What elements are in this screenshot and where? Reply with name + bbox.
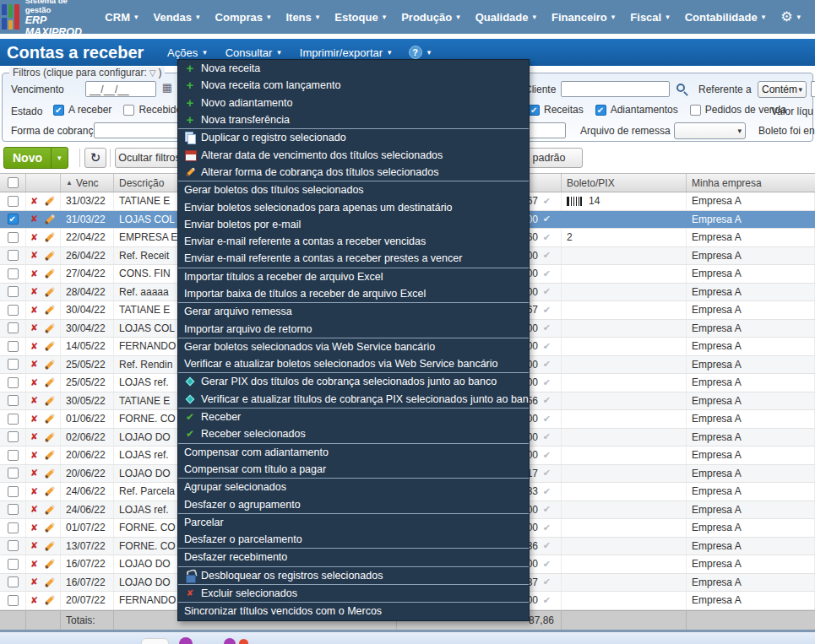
delete-x-icon[interactable]: ✘ [30,431,38,442]
menu-item[interactable]: Desfazer o agrupamento [178,495,529,512]
delete-x-icon[interactable]: ✘ [30,450,38,461]
delete-x-icon[interactable]: ✘ [30,322,38,333]
menu-item[interactable]: +Nova receita [178,60,529,77]
settings-menu[interactable]: ⚙ ▾ [780,10,801,24]
delete-x-icon[interactable]: ✘ [30,377,38,388]
edit-pencil-icon[interactable] [44,558,56,570]
row-checkbox[interactable] [8,322,19,333]
edit-pencil-icon[interactable] [44,395,56,407]
referente-input[interactable] [811,81,815,97]
delete-x-icon[interactable]: ✘ [30,559,38,570]
row-checkbox[interactable] [8,305,19,316]
cliente-input[interactable] [561,81,670,97]
menu-item[interactable]: Enviar boletos por e-mail [178,216,529,233]
nav-item-financeiro[interactable]: Financeiro▾ [551,11,615,24]
row-checkbox[interactable] [8,196,19,207]
edit-pencil-icon[interactable] [44,304,56,316]
nav-item-crm[interactable]: CRM▾ [105,11,138,24]
search-icon[interactable] [676,84,685,92]
menu-item[interactable]: Enviar boletos selecionados para apenas … [178,198,529,215]
row-checkbox[interactable] [8,540,19,551]
edit-pencil-icon[interactable] [44,359,56,371]
menu-item[interactable]: Sincronizar títulos vencidos com o Merco… [178,603,529,620]
edit-pencil-icon[interactable] [44,485,56,497]
edit-pencil-icon[interactable] [44,468,56,479]
row-checkbox[interactable] [8,450,19,461]
menu-item[interactable]: Parcelar [178,514,529,531]
nav-item-contabilidade[interactable]: Contabilidade▾ [685,11,765,24]
delete-x-icon[interactable]: ✘ [30,414,38,425]
menu-item[interactable]: Gerar arquivo remessa [178,303,529,320]
delete-x-icon[interactable]: ✘ [30,196,38,207]
nav-item-itens[interactable]: Itens▾ [285,11,319,24]
delete-x-icon[interactable]: ✘ [30,341,38,352]
row-checkbox[interactable] [8,250,19,261]
menu-item[interactable]: +Novo adiantamento [178,95,529,111]
nav-item-produção[interactable]: Produção▾ [401,11,460,24]
menu-item[interactable]: Importar arquivo de retorno [178,320,529,337]
edit-pencil-icon[interactable] [44,322,56,334]
menu-item[interactable]: Verificar e atualizar boletos selecionad… [178,355,529,372]
nav-item-fiscal[interactable]: Fiscal▾ [630,11,669,24]
delete-x-icon[interactable]: ✘ [30,576,38,587]
edit-pencil-icon[interactable] [44,286,56,298]
edit-pencil-icon[interactable] [44,376,56,388]
menu-item[interactable]: Enviar e-mail referente a contas a receb… [178,233,529,250]
footer-widget-button[interactable] [179,637,193,644]
row-checkbox[interactable] [8,341,19,352]
edit-pencil-icon[interactable] [44,195,56,207]
menu-item[interactable]: Alterar data de vencimento dos títulos s… [178,146,529,163]
page-help-menu[interactable]: ? ▾ [409,46,432,59]
row-checkbox[interactable] [8,414,19,425]
edit-pencil-icon[interactable] [44,413,56,425]
row-checkbox[interactable] [8,431,19,442]
delete-x-icon[interactable]: ✘ [30,504,38,515]
edit-pencil-icon[interactable] [44,340,56,352]
edit-pencil-icon[interactable] [44,522,56,533]
row-checkbox[interactable] [8,522,19,533]
delete-x-icon[interactable]: ✘ [30,359,38,370]
menu-item[interactable]: Importar títulos a receber de arquivo Ex… [178,268,529,285]
boleto-column-header[interactable]: Boleto/PIX [562,174,687,192]
menu-item[interactable]: Compensar com título a pagar [178,461,529,478]
delete-x-icon[interactable]: ✘ [30,522,38,533]
ocultar-filtros-button[interactable]: Ocultar filtros [115,148,184,168]
menu-item[interactable]: ✔Receber [178,409,529,425]
arquivo-remessa-select[interactable]: ▾ [674,122,746,139]
edit-pencil-icon[interactable] [44,504,56,516]
edit-pencil-icon[interactable] [44,449,56,461]
edit-pencil-icon[interactable] [44,576,56,588]
edit-pencil-icon[interactable] [44,431,56,443]
checkbox[interactable] [690,105,701,116]
row-checkbox[interactable] [8,232,19,243]
menu-item[interactable]: Desfazer o parcelamento [178,531,529,548]
row-checkbox[interactable] [8,214,19,225]
delete-x-icon[interactable]: ✘ [30,595,38,606]
menu-consultar[interactable]: Consultar▾ [225,46,281,59]
menu-item[interactable]: Importar baixa de títulos a receber de a… [178,285,529,302]
edit-pencil-icon[interactable] [44,231,56,243]
select-all-checkbox[interactable] [8,177,19,188]
menu-item[interactable]: Duplicar o registro selecionado [178,129,529,146]
delete-x-icon[interactable]: ✘ [30,250,38,261]
row-checkbox[interactable] [8,377,19,388]
delete-x-icon[interactable]: ✘ [30,268,38,279]
vencimento-from-input[interactable]: __/__/__ [85,81,156,97]
delete-x-icon[interactable]: ✘ [30,468,38,479]
delete-x-icon[interactable]: ✘ [30,486,38,497]
menu-item[interactable]: Verificar e atualizar títulos de cobranç… [178,391,529,408]
checkbox[interactable] [529,105,540,116]
row-checkbox[interactable] [8,576,19,587]
app-logo[interactable]: Sistema de gestão ERP MAXIPROD [2,0,87,38]
delete-x-icon[interactable]: ✘ [30,232,38,243]
edit-pencil-icon[interactable] [44,268,56,279]
row-checkbox[interactable] [8,559,19,570]
menu-item[interactable]: Desbloquear os registros selecionados [178,567,529,584]
delete-x-icon[interactable]: ✘ [30,286,38,297]
menu-a-es[interactable]: Ações▾ [167,46,207,59]
row-checkbox[interactable] [8,595,19,606]
menu-item[interactable]: ✔Receber selecionados [178,425,529,442]
checkbox[interactable] [595,105,606,116]
row-checkbox[interactable] [8,395,19,406]
calendar-icon[interactable]: ▦ [160,82,174,95]
